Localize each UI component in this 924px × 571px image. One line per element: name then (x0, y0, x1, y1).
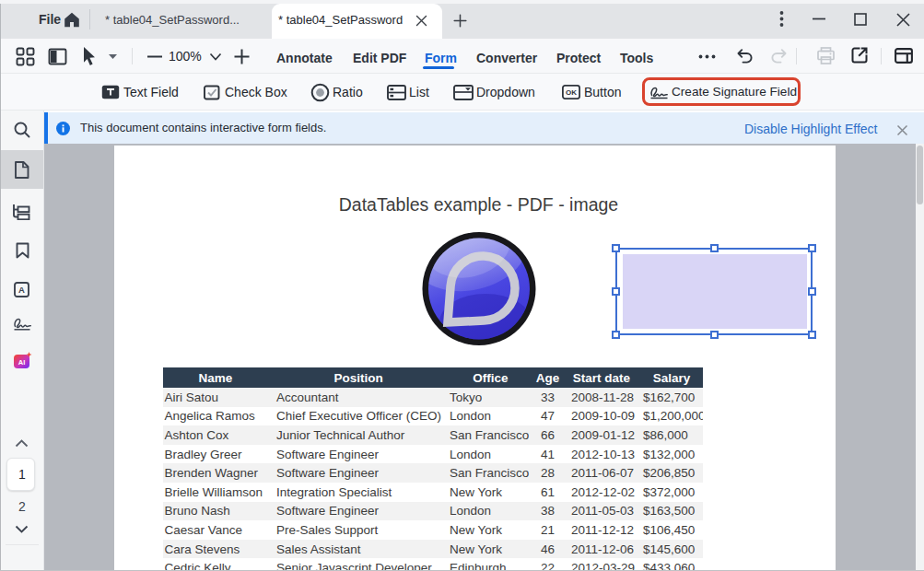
svg-text:AI: AI (18, 358, 26, 367)
svg-text:A: A (18, 285, 25, 295)
svg-text:OK: OK (566, 88, 577, 97)
